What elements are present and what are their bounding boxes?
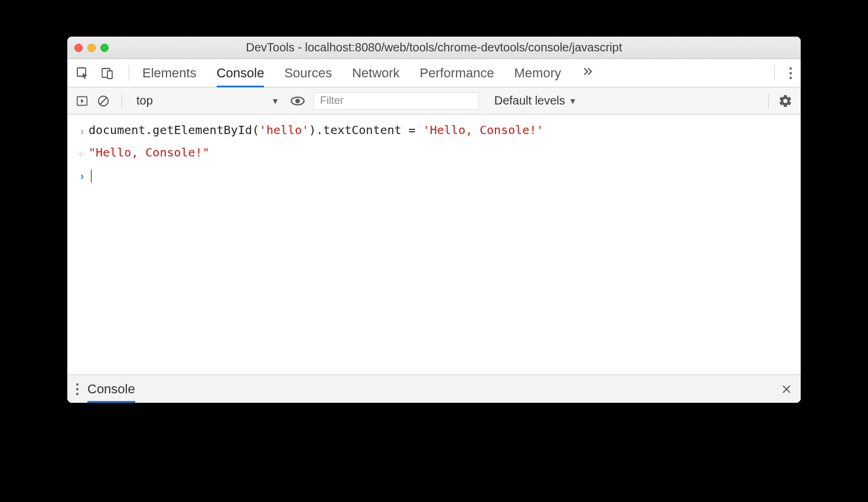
chevron-down-icon: ▼ xyxy=(569,96,577,106)
tabs-left-group xyxy=(76,66,133,81)
levels-label: Default levels xyxy=(494,94,565,107)
console-entry-result: "Hello, Console!" xyxy=(89,144,210,161)
console-prompt[interactable] xyxy=(89,167,92,183)
tab-memory[interactable]: Memory xyxy=(514,59,561,87)
minimize-window-button[interactable] xyxy=(87,44,96,52)
divider xyxy=(129,66,129,81)
svg-point-5 xyxy=(789,77,792,79)
divider xyxy=(768,93,769,109)
panel-tabs-bar: Elements Console Sources Network Perform… xyxy=(67,59,801,87)
tab-network[interactable]: Network xyxy=(352,59,400,87)
live-expression-icon[interactable] xyxy=(290,93,305,109)
tab-sources[interactable]: Sources xyxy=(284,59,332,87)
filter-input[interactable] xyxy=(314,92,479,110)
drawer-menu-icon[interactable] xyxy=(76,383,79,396)
console-settings-icon[interactable] xyxy=(778,94,792,108)
console-prompt-row[interactable]: › xyxy=(67,164,801,187)
divider xyxy=(774,66,775,81)
svg-point-13 xyxy=(76,393,79,395)
console-entry-input: document.getElementById('hello').textCon… xyxy=(89,122,544,138)
devtools-window: DevTools - localhost:8080/web/tools/chro… xyxy=(67,37,801,403)
drawer-tab-console[interactable]: Console xyxy=(87,375,135,403)
panel-tabs: Elements Console Sources Network Perform… xyxy=(142,59,594,87)
result-indicator-icon: ‹· xyxy=(76,144,89,162)
tab-console[interactable]: Console xyxy=(217,59,265,87)
toggle-sidebar-icon[interactable] xyxy=(76,94,89,107)
log-levels-selector[interactable]: Default levels ▼ xyxy=(494,94,577,107)
svg-point-4 xyxy=(789,72,792,74)
customize-menu-icon[interactable] xyxy=(789,67,792,80)
console-output[interactable]: › document.getElementById('hello').textC… xyxy=(67,115,801,374)
divider xyxy=(122,93,122,109)
close-window-button[interactable] xyxy=(74,44,83,52)
inspect-element-icon[interactable] xyxy=(76,66,90,80)
drawer: Console xyxy=(67,374,801,403)
tab-elements[interactable]: Elements xyxy=(142,59,197,87)
titlebar: DevTools - localhost:8080/web/tools/chro… xyxy=(67,37,801,59)
tab-performance[interactable]: Performance xyxy=(420,59,494,87)
window-title: DevTools - localhost:8080/web/tools/chro… xyxy=(67,41,801,54)
console-input-row: › document.getElementById('hello').textC… xyxy=(67,119,801,142)
zoom-window-button[interactable] xyxy=(100,44,109,52)
console-result-row: ‹· "Hello, Console!" xyxy=(67,142,801,164)
svg-point-11 xyxy=(76,383,79,386)
svg-point-3 xyxy=(789,67,792,70)
svg-point-10 xyxy=(295,99,300,103)
prompt-indicator-icon: › xyxy=(76,167,89,184)
console-toolbar: top ▼ Default levels ▼ xyxy=(67,87,801,115)
svg-rect-2 xyxy=(107,71,112,79)
device-toolbar-icon[interactable] xyxy=(100,66,115,80)
more-tabs-icon[interactable] xyxy=(581,65,594,81)
clear-console-icon[interactable] xyxy=(97,94,110,107)
tabs-right-group xyxy=(771,66,792,81)
traffic-lights xyxy=(74,44,109,52)
chevron-down-icon: ▼ xyxy=(271,96,279,106)
input-indicator-icon: › xyxy=(76,122,89,139)
context-selector[interactable]: top ▼ xyxy=(134,94,282,107)
context-value: top xyxy=(136,94,153,107)
svg-point-12 xyxy=(76,388,79,390)
close-drawer-icon[interactable] xyxy=(781,383,792,395)
svg-line-8 xyxy=(100,97,107,104)
